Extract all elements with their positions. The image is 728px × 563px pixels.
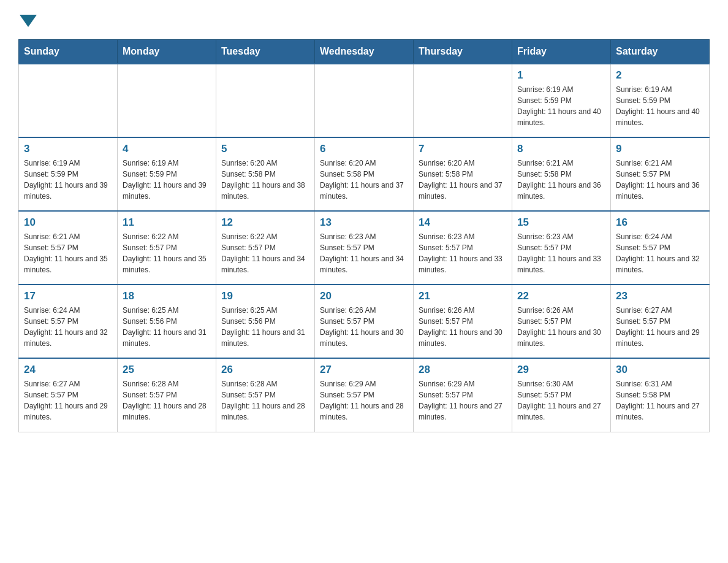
week-row-1: 1Sunrise: 6:19 AMSunset: 5:59 PMDaylight… [19, 64, 710, 137]
calendar-cell: 9Sunrise: 6:21 AMSunset: 5:57 PMDaylight… [611, 137, 710, 211]
col-friday: Friday [512, 40, 611, 64]
logo-arrow-icon [20, 15, 37, 27]
day-number: 7 [419, 143, 507, 155]
day-number: 5 [221, 143, 309, 155]
calendar-cell: 16Sunrise: 6:24 AMSunset: 5:57 PMDayligh… [611, 211, 710, 285]
day-number: 14 [419, 216, 507, 229]
day-number: 17 [24, 290, 112, 302]
calendar-cell: 12Sunrise: 6:22 AMSunset: 5:57 PMDayligh… [216, 211, 315, 285]
calendar-cell: 6Sunrise: 6:20 AMSunset: 5:58 PMDaylight… [315, 137, 414, 211]
week-row-2: 3Sunrise: 6:19 AMSunset: 5:59 PMDaylight… [19, 137, 710, 211]
day-number: 30 [616, 364, 704, 376]
calendar-cell: 11Sunrise: 6:22 AMSunset: 5:57 PMDayligh… [118, 211, 216, 285]
day-info: Sunrise: 6:19 AMSunset: 5:59 PMDaylight:… [123, 158, 211, 202]
calendar-cell: 26Sunrise: 6:28 AMSunset: 5:57 PMDayligh… [216, 358, 315, 432]
col-saturday: Saturday [611, 40, 710, 64]
calendar-cell: 24Sunrise: 6:27 AMSunset: 5:57 PMDayligh… [19, 358, 118, 432]
logo [18, 12, 37, 27]
calendar-cell: 7Sunrise: 6:20 AMSunset: 5:58 PMDaylight… [414, 137, 512, 211]
day-number: 16 [616, 216, 704, 229]
day-info: Sunrise: 6:31 AMSunset: 5:58 PMDaylight:… [616, 378, 704, 423]
day-number: 27 [320, 364, 408, 376]
day-info: Sunrise: 6:24 AMSunset: 5:57 PMDaylight:… [616, 231, 704, 275]
calendar-cell: 2Sunrise: 6:19 AMSunset: 5:59 PMDaylight… [611, 64, 710, 137]
day-info: Sunrise: 6:21 AMSunset: 5:58 PMDaylight:… [517, 158, 605, 202]
calendar-cell: 20Sunrise: 6:26 AMSunset: 5:57 PMDayligh… [315, 285, 414, 358]
day-number: 2 [616, 69, 704, 82]
day-number: 23 [616, 290, 704, 302]
calendar-cell: 14Sunrise: 6:23 AMSunset: 5:57 PMDayligh… [414, 211, 512, 285]
week-row-3: 10Sunrise: 6:21 AMSunset: 5:57 PMDayligh… [19, 211, 710, 285]
calendar-cell: 21Sunrise: 6:26 AMSunset: 5:57 PMDayligh… [414, 285, 512, 358]
day-info: Sunrise: 6:28 AMSunset: 5:57 PMDaylight:… [123, 378, 211, 423]
calendar-cell: 5Sunrise: 6:20 AMSunset: 5:58 PMDaylight… [216, 137, 315, 211]
calendar-cell [315, 64, 414, 137]
calendar-cell [118, 64, 216, 137]
calendar-cell [216, 64, 315, 137]
calendar-cell: 13Sunrise: 6:23 AMSunset: 5:57 PMDayligh… [315, 211, 414, 285]
day-info: Sunrise: 6:25 AMSunset: 5:56 PMDaylight:… [123, 305, 211, 349]
calendar-cell: 30Sunrise: 6:31 AMSunset: 5:58 PMDayligh… [611, 358, 710, 432]
calendar-cell: 28Sunrise: 6:29 AMSunset: 5:57 PMDayligh… [414, 358, 512, 432]
day-number: 6 [320, 143, 408, 155]
day-info: Sunrise: 6:23 AMSunset: 5:57 PMDaylight:… [517, 231, 605, 275]
calendar-cell: 29Sunrise: 6:30 AMSunset: 5:57 PMDayligh… [512, 358, 611, 432]
day-info: Sunrise: 6:22 AMSunset: 5:57 PMDaylight:… [221, 231, 309, 275]
day-number: 13 [320, 216, 408, 229]
day-number: 26 [221, 364, 309, 376]
day-info: Sunrise: 6:23 AMSunset: 5:57 PMDaylight:… [320, 231, 408, 275]
day-number: 4 [123, 143, 211, 155]
day-info: Sunrise: 6:19 AMSunset: 5:59 PMDaylight:… [616, 84, 704, 128]
calendar-cell: 4Sunrise: 6:19 AMSunset: 5:59 PMDaylight… [118, 137, 216, 211]
calendar-cell: 18Sunrise: 6:25 AMSunset: 5:56 PMDayligh… [118, 285, 216, 358]
day-info: Sunrise: 6:20 AMSunset: 5:58 PMDaylight:… [419, 158, 507, 202]
col-monday: Monday [118, 40, 216, 64]
day-number: 22 [517, 290, 605, 302]
day-number: 9 [616, 143, 704, 155]
day-number: 1 [517, 69, 605, 82]
calendar-table: Sunday Monday Tuesday Wednesday Thursday… [18, 39, 710, 432]
col-wednesday: Wednesday [315, 40, 414, 64]
day-info: Sunrise: 6:23 AMSunset: 5:57 PMDaylight:… [419, 231, 507, 275]
calendar-cell: 22Sunrise: 6:26 AMSunset: 5:57 PMDayligh… [512, 285, 611, 358]
calendar-cell: 8Sunrise: 6:21 AMSunset: 5:58 PMDaylight… [512, 137, 611, 211]
day-info: Sunrise: 6:20 AMSunset: 5:58 PMDaylight:… [221, 158, 309, 202]
day-number: 8 [517, 143, 605, 155]
calendar-cell: 15Sunrise: 6:23 AMSunset: 5:57 PMDayligh… [512, 211, 611, 285]
day-info: Sunrise: 6:20 AMSunset: 5:58 PMDaylight:… [320, 158, 408, 202]
day-info: Sunrise: 6:28 AMSunset: 5:57 PMDaylight:… [221, 378, 309, 423]
calendar-cell: 1Sunrise: 6:19 AMSunset: 5:59 PMDaylight… [512, 64, 611, 137]
day-info: Sunrise: 6:27 AMSunset: 5:57 PMDaylight:… [24, 378, 112, 423]
calendar-cell: 17Sunrise: 6:24 AMSunset: 5:57 PMDayligh… [19, 285, 118, 358]
calendar-cell: 19Sunrise: 6:25 AMSunset: 5:56 PMDayligh… [216, 285, 315, 358]
day-info: Sunrise: 6:25 AMSunset: 5:56 PMDaylight:… [221, 305, 309, 349]
day-info: Sunrise: 6:26 AMSunset: 5:57 PMDaylight:… [517, 305, 605, 349]
day-number: 11 [123, 216, 211, 229]
day-info: Sunrise: 6:26 AMSunset: 5:57 PMDaylight:… [320, 305, 408, 349]
calendar-cell: 3Sunrise: 6:19 AMSunset: 5:59 PMDaylight… [19, 137, 118, 211]
week-row-5: 24Sunrise: 6:27 AMSunset: 5:57 PMDayligh… [19, 358, 710, 432]
day-number: 29 [517, 364, 605, 376]
calendar-cell: 25Sunrise: 6:28 AMSunset: 5:57 PMDayligh… [118, 358, 216, 432]
day-info: Sunrise: 6:22 AMSunset: 5:57 PMDaylight:… [123, 231, 211, 275]
day-number: 24 [24, 364, 112, 376]
page-header [18, 12, 710, 27]
day-info: Sunrise: 6:21 AMSunset: 5:57 PMDaylight:… [616, 158, 704, 202]
day-info: Sunrise: 6:24 AMSunset: 5:57 PMDaylight:… [24, 305, 112, 349]
day-number: 18 [123, 290, 211, 302]
day-info: Sunrise: 6:29 AMSunset: 5:57 PMDaylight:… [419, 378, 507, 423]
day-info: Sunrise: 6:19 AMSunset: 5:59 PMDaylight:… [517, 84, 605, 128]
day-number: 28 [419, 364, 507, 376]
calendar-cell [19, 64, 118, 137]
col-tuesday: Tuesday [216, 40, 315, 64]
day-number: 21 [419, 290, 507, 302]
day-info: Sunrise: 6:27 AMSunset: 5:57 PMDaylight:… [616, 305, 704, 349]
day-info: Sunrise: 6:21 AMSunset: 5:57 PMDaylight:… [24, 231, 112, 275]
day-number: 20 [320, 290, 408, 302]
day-number: 19 [221, 290, 309, 302]
day-info: Sunrise: 6:19 AMSunset: 5:59 PMDaylight:… [24, 158, 112, 202]
day-number: 15 [517, 216, 605, 229]
col-thursday: Thursday [414, 40, 512, 64]
day-number: 3 [24, 143, 112, 155]
calendar-header-row: Sunday Monday Tuesday Wednesday Thursday… [19, 40, 710, 64]
